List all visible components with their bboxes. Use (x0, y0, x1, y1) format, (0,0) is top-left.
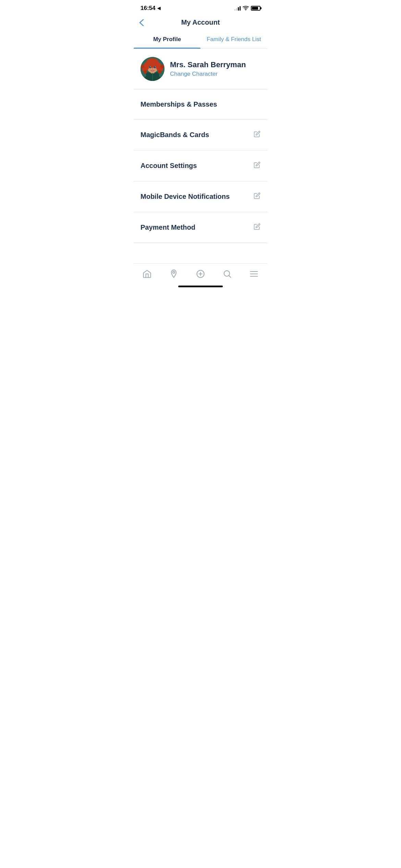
page-title: My Account (181, 19, 220, 26)
wifi-icon (243, 5, 249, 11)
profile-section: Mrs. Sarah Berryman Change Character (134, 49, 267, 89)
status-time: 16:54 ◀ (141, 5, 160, 12)
spacer (134, 243, 267, 263)
menu-item-payment[interactable]: Payment Method (134, 212, 267, 243)
svg-point-21 (152, 69, 153, 70)
bottom-nav (134, 263, 267, 283)
back-button[interactable] (139, 19, 144, 26)
profile-info: Mrs. Sarah Berryman Change Character (170, 60, 246, 77)
signal-icon (234, 6, 241, 11)
status-bar: 16:54 ◀ (134, 0, 267, 14)
svg-point-0 (245, 9, 246, 10)
menu-item-notifications[interactable]: Mobile Device Notifications (134, 181, 267, 212)
battery-icon (251, 6, 260, 11)
home-indicator (134, 283, 267, 289)
svg-point-23 (173, 271, 175, 273)
avatar[interactable] (141, 57, 165, 81)
tabs-container: My Profile Family & Friends List (134, 31, 267, 49)
edit-payment-icon (254, 223, 260, 232)
location-arrow-icon: ◀ (157, 6, 160, 11)
tab-my-profile[interactable]: My Profile (134, 31, 200, 48)
menu-item-memberships[interactable]: Memberships & Passes (134, 89, 267, 119)
profile-name: Mrs. Sarah Berryman (170, 60, 246, 69)
nav-map[interactable] (165, 268, 183, 280)
tab-family-friends[interactable]: Family & Friends List (200, 31, 267, 48)
home-bar (178, 286, 223, 287)
status-icons (234, 5, 260, 11)
svg-point-19 (150, 67, 151, 67)
edit-settings-icon (254, 161, 260, 170)
edit-notifications-icon (254, 192, 260, 201)
nav-add[interactable] (192, 268, 209, 280)
time-display: 16:54 (141, 5, 155, 12)
nav-home[interactable] (138, 268, 156, 280)
menu-item-magicbands[interactable]: MagicBands & Cards (134, 120, 267, 150)
svg-point-20 (155, 67, 156, 67)
svg-point-12 (158, 70, 161, 74)
svg-point-13 (141, 65, 144, 68)
nav-header: My Account (134, 14, 267, 31)
change-character-button[interactable]: Change Character (170, 71, 246, 77)
svg-point-10 (144, 70, 147, 74)
svg-point-14 (161, 65, 164, 68)
menu-item-account-settings[interactable]: Account Settings (134, 150, 267, 181)
edit-magicbands-icon (254, 131, 260, 139)
nav-menu[interactable] (245, 268, 263, 280)
nav-search[interactable] (218, 268, 236, 280)
